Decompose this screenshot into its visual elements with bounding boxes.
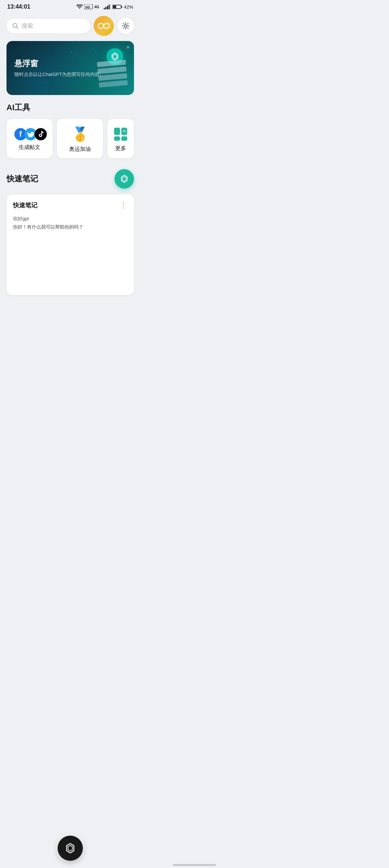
svg-rect-6 xyxy=(108,5,109,9)
tool-icon-area-olympics: 🥇 xyxy=(72,126,89,142)
banner-title: 悬浮窗 xyxy=(14,58,104,69)
svg-rect-10 xyxy=(113,6,116,8)
svg-rect-4 xyxy=(105,7,106,9)
svg-marker-33 xyxy=(113,54,117,59)
svg-point-19 xyxy=(71,51,72,53)
note-menu-button[interactable]: ⋮ xyxy=(120,201,128,209)
search-bar[interactable]: 搜索 xyxy=(6,19,90,33)
ai-tools-title: AI工具 xyxy=(0,102,140,119)
battery-icon xyxy=(112,4,122,9)
tool-generate-post[interactable]: f 生成帖文 xyxy=(6,119,53,158)
gear-icon xyxy=(122,22,130,30)
social-icons-group: f xyxy=(14,128,45,140)
note-card-title: 快速笔记 xyxy=(13,201,37,209)
svg-line-12 xyxy=(17,27,18,29)
ai-tools-section: AI工具 f 生 xyxy=(0,102,140,158)
4g-icon: 4G xyxy=(94,4,102,9)
note-card[interactable]: 快速笔记 ⋮ 你好gpt 你好！有什么我可以帮助你的吗？ xyxy=(6,194,134,295)
note-chat-reply: 你好！有什么我可以帮助你的吗？ xyxy=(13,223,128,231)
battery-percent: 42% xyxy=(124,4,133,10)
svg-line-27 xyxy=(82,48,93,59)
status-icons: HD 4G 42% xyxy=(76,4,133,10)
banner-text-content: 悬浮窗 随时点击以让ChatGPT为您撰写任何内容。 xyxy=(14,58,104,78)
settings-button[interactable] xyxy=(117,18,134,34)
tool-label-olympics: 奥运加油 xyxy=(69,146,91,153)
quick-notes-header: 快速笔记 xyxy=(0,169,140,194)
tool-icon-area-post: f xyxy=(14,128,45,140)
tool-label-more: 更多 xyxy=(115,145,126,152)
tool-olympics[interactable]: 🥇 奥运加油 xyxy=(57,119,103,158)
tool-label-post: 生成帖文 xyxy=(19,144,40,151)
status-time: 13:44:01 xyxy=(7,4,30,10)
tool-icon-area-more: Ai xyxy=(113,127,128,141)
svg-point-18 xyxy=(125,25,127,27)
note-chat-user: 你好gpt xyxy=(13,215,128,223)
more-grid-icon: Ai xyxy=(114,128,127,141)
svg-rect-5 xyxy=(107,6,108,9)
svg-point-13 xyxy=(98,23,104,28)
ai-tools-row: f 生成帖文 🥇 xyxy=(0,119,140,158)
svg-rect-9 xyxy=(121,6,122,8)
search-icon xyxy=(12,23,19,29)
copilot-logo-icon xyxy=(97,22,110,30)
tiktok-icon xyxy=(35,128,47,140)
copilot-button[interactable] xyxy=(94,16,114,36)
app-icon-in-fab xyxy=(119,174,129,184)
banner-close-button[interactable]: × xyxy=(126,45,130,50)
tool-more[interactable]: Ai 更多 xyxy=(107,119,134,158)
status-bar: 13:44:01 HD 4G xyxy=(0,0,140,12)
search-placeholder-text: 搜索 xyxy=(22,22,33,30)
svg-marker-35 xyxy=(122,177,126,181)
banner-subtitle: 随时点击以让ChatGPT为您撰写任何内容。 xyxy=(14,71,104,78)
note-card-header: 快速笔记 ⋮ xyxy=(13,201,128,209)
svg-text:HD: HD xyxy=(85,5,90,9)
search-row: 搜索 xyxy=(0,12,140,41)
svg-rect-7 xyxy=(110,4,111,9)
signal-icon xyxy=(104,4,111,9)
quick-notes-title: 快速笔记 xyxy=(6,173,38,184)
quick-notes-section: 快速笔记 快速笔记 ⋮ 你好gpt 你好！有什么我可以帮助你的吗？ xyxy=(0,169,140,295)
medal-icon: 🥇 xyxy=(72,126,89,142)
svg-text:4G: 4G xyxy=(94,5,99,9)
add-note-button[interactable] xyxy=(115,169,134,189)
wifi-icon xyxy=(76,4,83,9)
svg-rect-3 xyxy=(104,8,105,9)
banner-card[interactable]: 悬浮窗 随时点击以让ChatGPT为您撰写任何内容。 × xyxy=(6,41,134,95)
hd-icon: HD xyxy=(84,4,93,9)
